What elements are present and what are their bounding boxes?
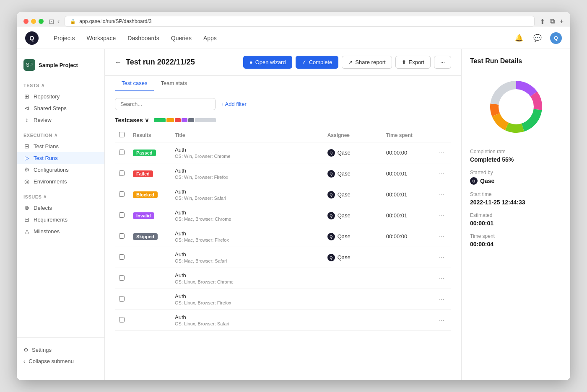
main-title: ← Test run 2022/11/25 xyxy=(115,58,195,67)
maximize-button[interactable] xyxy=(39,19,44,24)
title-cell[interactable]: Auth OS: Mac, Browser: Safari xyxy=(171,247,323,268)
sidebar-item-defects[interactable]: ⊛ Defects xyxy=(17,202,104,214)
result-cell: Failed xyxy=(129,163,171,184)
complete-button[interactable]: ✓ Complete xyxy=(296,56,339,69)
assignee-info: Q Qase xyxy=(327,212,378,219)
row-checkbox[interactable] xyxy=(119,150,125,155)
sidebar-item-repository[interactable]: ⊞ Repository xyxy=(17,90,104,102)
test-title: Auth xyxy=(175,209,319,216)
user-avatar[interactable]: Q xyxy=(550,32,562,44)
nav-item-workspace[interactable]: Workspace xyxy=(82,32,121,44)
row-checkbox[interactable] xyxy=(119,212,125,218)
title-cell[interactable]: Auth OS: Win, Browser: Chrome xyxy=(171,142,323,163)
title-cell[interactable]: Auth OS: Mac, Browser: Chrome xyxy=(171,205,323,226)
progress-bar xyxy=(154,118,216,122)
assignee-avatar: Q xyxy=(327,212,335,219)
sidebar-item-environments[interactable]: ◎ Environments xyxy=(17,175,104,187)
sidebar-item-test-plans[interactable]: ⊟ Test Plans xyxy=(17,140,104,152)
row-checkbox[interactable] xyxy=(119,233,125,239)
title-cell[interactable]: Auth OS: Win, Browser: Firefox xyxy=(171,163,323,184)
table-container: Results Title Assignee Time spent Passed xyxy=(105,129,461,380)
results-header: Results xyxy=(129,129,171,142)
sidebar-item-label: Defects xyxy=(34,205,52,211)
review-icon: ↕ xyxy=(23,116,30,123)
assignee-info: Q Qase xyxy=(327,191,378,199)
nav-item-queries[interactable]: Queries xyxy=(166,32,197,44)
row-more-button[interactable]: ··· xyxy=(436,253,447,262)
tab-test-cases[interactable]: Test cases xyxy=(115,76,154,91)
title-cell[interactable]: Auth OS: Linux, Browser: Chrome xyxy=(171,268,323,289)
open-wizard-button[interactable]: ● Open wizard xyxy=(243,56,292,69)
sidebar-item-review[interactable]: ↕ Review xyxy=(17,114,104,126)
row-checkbox[interactable] xyxy=(119,191,125,197)
action-cell: ··· xyxy=(432,142,451,163)
select-all-checkbox[interactable] xyxy=(119,132,125,137)
sidebar-project[interactable]: SP Sample Project xyxy=(17,56,104,77)
row-checkbox[interactable] xyxy=(119,275,125,281)
collapse-submenu-item[interactable]: ‹ Collapse submenu xyxy=(23,356,98,367)
app-navbar: Q Projects Workspace Dashboards Queries … xyxy=(17,27,570,49)
row-more-button[interactable]: ··· xyxy=(436,211,447,220)
add-filter-button[interactable]: + Add filter xyxy=(221,101,247,107)
panel-stats: Completion rate Completed 55% Started by… xyxy=(470,149,562,248)
test-subtitle: OS: Win, Browser: Safari xyxy=(175,196,319,201)
row-more-button[interactable]: ··· xyxy=(436,232,447,241)
table-header-row: Results Title Assignee Time spent xyxy=(115,129,451,142)
messages-button[interactable]: 💬 xyxy=(532,32,543,44)
nav-item-dashboards[interactable]: Dashboards xyxy=(122,32,164,44)
row-checkbox[interactable] xyxy=(119,254,125,260)
row-more-button[interactable]: ··· xyxy=(436,148,447,157)
sidebar-item-configurations[interactable]: ⚙ Configurations xyxy=(17,164,104,175)
title-cell[interactable]: Auth OS: Linux, Browser: Safari xyxy=(171,310,323,331)
title-cell[interactable]: Auth OS: Linux, Browser: Firefox xyxy=(171,289,323,310)
testcases-title: Testcases ∨ xyxy=(115,117,149,124)
title-cell[interactable]: Auth OS: Win, Browser: Safari xyxy=(171,184,323,205)
sidebar-item-shared-steps[interactable]: ⊲ Shared Steps xyxy=(17,102,104,114)
tab-team-stats[interactable]: Team stats xyxy=(154,76,194,91)
row-more-button[interactable]: ··· xyxy=(436,274,447,283)
close-button[interactable] xyxy=(23,19,29,24)
back-icon[interactable]: ‹ xyxy=(57,18,60,25)
duplicate-icon[interactable]: ⧉ xyxy=(550,18,555,26)
export-button[interactable]: ⬆ Export xyxy=(395,56,431,69)
environments-icon: ◎ xyxy=(23,178,30,185)
sidebar-item-milestones[interactable]: △ Milestones xyxy=(17,225,104,237)
row-checkbox[interactable] xyxy=(119,170,125,176)
settings-item[interactable]: ⚙ Settings xyxy=(23,344,98,356)
assignee-name: Qase xyxy=(338,150,351,156)
row-checkbox[interactable] xyxy=(119,296,125,302)
shared-steps-icon: ⊲ xyxy=(23,105,30,111)
sidebar: SP Sample Project TESTS ∧ ⊞ Repository ⊲… xyxy=(17,49,105,380)
sidebar-item-requirements[interactable]: ⊟ Requirements xyxy=(17,214,104,225)
row-more-button[interactable]: ··· xyxy=(436,316,447,325)
assignee-cell: Q Qase xyxy=(323,184,382,205)
sidebar-item-test-runs[interactable]: ▷ Test Runs xyxy=(17,152,104,164)
row-more-button[interactable]: ··· xyxy=(436,169,447,178)
browser-actions: ⬆ ⧉ + xyxy=(540,18,564,26)
assignee-avatar: Q xyxy=(327,149,335,157)
title-cell[interactable]: Auth OS: Mac, Browser: Firefox xyxy=(171,226,323,247)
address-bar[interactable]: 🔒 app.qase.io/run/SP/dashboard/3 xyxy=(65,16,534,27)
browser-window: ⊡ ‹ 🔒 app.qase.io/run/SP/dashboard/3 ⬆ ⧉… xyxy=(17,12,570,380)
app-logo[interactable]: Q xyxy=(25,31,39,45)
share-icon: ↗ xyxy=(348,59,353,65)
back-button[interactable]: ← xyxy=(115,59,122,66)
row-more-button[interactable]: ··· xyxy=(436,190,447,199)
nav-item-apps[interactable]: Apps xyxy=(198,32,222,44)
repository-icon: ⊞ xyxy=(23,93,30,100)
test-subtitle: OS: Win, Browser: Firefox xyxy=(175,175,319,180)
search-input[interactable] xyxy=(115,98,216,110)
notifications-button[interactable]: 🔔 xyxy=(513,32,525,44)
result-cell xyxy=(129,268,171,289)
sidebar-toggle-icon[interactable]: ⊡ xyxy=(49,18,54,26)
project-icon: SP xyxy=(23,59,35,71)
share-icon[interactable]: ⬆ xyxy=(540,18,545,26)
minimize-button[interactable] xyxy=(31,19,36,24)
more-options-button[interactable]: ··· xyxy=(434,56,451,69)
chevron-down-icon[interactable]: ∨ xyxy=(145,117,149,124)
new-tab-icon[interactable]: + xyxy=(560,18,564,26)
nav-item-projects[interactable]: Projects xyxy=(49,32,80,44)
row-more-button[interactable]: ··· xyxy=(436,295,447,304)
row-checkbox[interactable] xyxy=(119,317,125,322)
share-report-button[interactable]: ↗ Share report xyxy=(342,56,392,69)
